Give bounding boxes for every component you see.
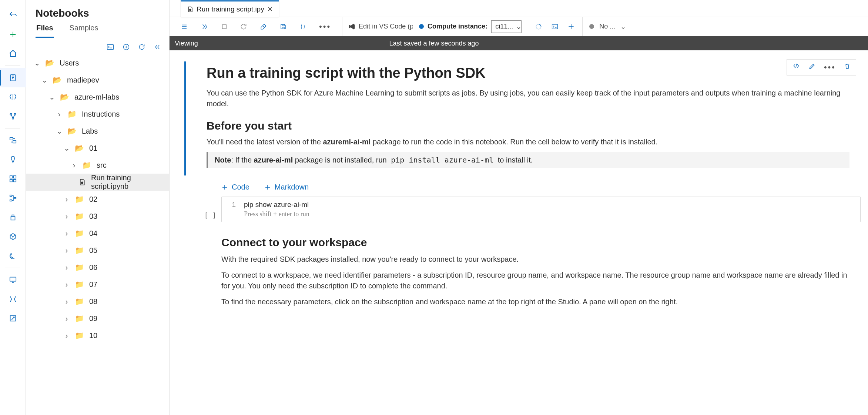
md-p: You can use the Python SDK for Azure Mac… (207, 88, 849, 109)
tree-src[interactable]: ›📁src (26, 157, 169, 174)
code-editor[interactable]: 1pip show azure-ai-ml Press shift + ente… (221, 197, 861, 222)
tree-user[interactable]: ⌄📂madiepev (26, 71, 169, 88)
run-all-icon[interactable] (201, 23, 209, 30)
environments-icon[interactable] (0, 208, 26, 227)
edit-icon[interactable] (808, 63, 816, 72)
chevron-right-icon: › (64, 314, 70, 323)
add-code-button[interactable]: Code (221, 183, 249, 191)
svg-rect-5 (13, 141, 16, 143)
tree-07[interactable]: ›📁07 (26, 276, 169, 293)
kernel-picker[interactable]: No ... ⌄ (582, 17, 633, 36)
svg-rect-7 (13, 176, 16, 178)
tree-09[interactable]: ›📁09 (26, 310, 169, 327)
chevron-down-icon: ⌄ (34, 58, 40, 67)
file-tree: ⌄📂Users ⌄📂madiepev ⌄📂azure-ml-labs ›📁Ins… (26, 54, 169, 415)
chevron-right-icon: › (64, 212, 70, 221)
add-markdown-button[interactable]: Markdown (264, 183, 309, 191)
document-tab[interactable]: Run training script.ipy ✕ (181, 0, 279, 17)
datastores-icon[interactable] (0, 290, 26, 309)
endpoints-icon[interactable] (0, 246, 26, 265)
chevron-right-icon: › (64, 331, 70, 340)
collapse-icon[interactable] (154, 43, 161, 51)
models-icon[interactable] (0, 227, 26, 246)
tree-users[interactable]: ⌄📂Users (26, 54, 169, 71)
code-cell[interactable]: [ ] 1pip show azure-ai-ml Press shift + … (199, 197, 861, 222)
panel-tabs: Files Samples (26, 24, 169, 38)
data-icon[interactable] (0, 131, 26, 150)
left-nav (0, 0, 26, 415)
back-icon[interactable] (0, 6, 26, 25)
notebook-file-icon (78, 178, 86, 186)
home-icon[interactable] (0, 44, 26, 63)
linked-icon[interactable] (0, 309, 26, 328)
svg-rect-14 (10, 277, 16, 281)
tree-label: 01 (89, 144, 97, 153)
restart-icon[interactable] (240, 23, 247, 30)
compute-icon[interactable] (0, 270, 26, 290)
tree-label: 05 (89, 246, 97, 255)
markdown-cell[interactable]: ••• Run a training script with the Pytho… (184, 61, 861, 175)
tree-06[interactable]: ›📁06 (26, 259, 169, 276)
pipelines-icon[interactable] (0, 188, 26, 208)
spinner-icon[interactable] (535, 23, 542, 30)
tree-label: 02 (89, 195, 97, 204)
save-icon[interactable] (280, 23, 286, 30)
tree-02[interactable]: ›📁02 (26, 191, 169, 208)
automl-icon[interactable] (0, 87, 26, 107)
clear-icon[interactable] (260, 23, 267, 30)
compute-select[interactable]: ci11... ⌄ (491, 20, 522, 33)
variables-icon[interactable] (299, 23, 306, 30)
stop-icon[interactable] (221, 24, 227, 30)
terminal2-icon[interactable] (551, 23, 559, 30)
refresh-icon[interactable] (138, 43, 145, 51)
delete-icon[interactable] (844, 63, 851, 72)
tree-label: Labs (82, 127, 98, 135)
components-icon[interactable] (0, 169, 26, 188)
md-h1: Run a training script with the Python SD… (207, 65, 849, 81)
terminal-icon[interactable] (106, 43, 114, 51)
folder-icon: 📁 (67, 110, 77, 118)
tree-08[interactable]: ›📁08 (26, 293, 169, 310)
cell-exec-count: [ ] (199, 197, 221, 222)
tree-file-selected[interactable]: Run training script.ipynb (26, 174, 169, 191)
chevron-down-icon: ⌄ (516, 23, 522, 31)
tree-label: 04 (89, 229, 97, 238)
cell-more-icon[interactable]: ••• (824, 63, 836, 72)
more-icon[interactable]: ••• (319, 22, 331, 31)
tree-01[interactable]: ⌄📂01 (26, 140, 169, 157)
vscode-icon (348, 23, 356, 30)
add-icon[interactable] (0, 25, 26, 44)
md-p: To connect to a workspace, we need ident… (221, 270, 849, 291)
tab-samples[interactable]: Samples (69, 24, 99, 38)
add-file-icon[interactable] (123, 43, 130, 51)
tree-repo[interactable]: ⌄📂azure-ml-labs (26, 88, 169, 106)
status-dot-icon (419, 24, 424, 29)
jobs-icon[interactable] (0, 150, 26, 169)
toggle-code-icon[interactable] (792, 63, 800, 72)
tree-10[interactable]: ›📁10 (26, 327, 169, 344)
folder-icon: 📁 (75, 297, 84, 306)
svg-rect-12 (10, 200, 12, 201)
tab-files[interactable]: Files (36, 24, 54, 38)
tree-labs[interactable]: ⌄📂Labs (26, 123, 169, 140)
svg-point-19 (190, 9, 191, 11)
close-icon[interactable]: ✕ (267, 5, 273, 13)
notebooks-icon[interactable] (0, 68, 26, 87)
files-panel: Notebooks Files Samples ⌄📂Users ⌄📂madiep… (26, 0, 170, 415)
tree-label: 09 (89, 314, 97, 323)
tree-instructions[interactable]: ›📁Instructions (26, 106, 169, 123)
menu-icon[interactable] (181, 23, 188, 30)
tree-04[interactable]: ›📁04 (26, 225, 169, 242)
tree-label: Run training script.ipynb (91, 174, 165, 191)
chevron-right-icon: › (56, 110, 62, 118)
svg-rect-4 (10, 138, 13, 140)
view-mode: Viewing (175, 40, 198, 47)
svg-rect-13 (11, 217, 15, 220)
add-compute-icon[interactable] (567, 23, 575, 30)
tree-05[interactable]: ›📁05 (26, 242, 169, 259)
designer-icon[interactable] (0, 107, 26, 126)
edit-in-vscode[interactable]: Edit in VS Code (pr... (342, 23, 413, 30)
chevron-right-icon: › (64, 229, 70, 238)
tree-03[interactable]: ›📁03 (26, 208, 169, 225)
markdown-cell[interactable]: Connect to your workspace With the requi… (184, 222, 861, 316)
